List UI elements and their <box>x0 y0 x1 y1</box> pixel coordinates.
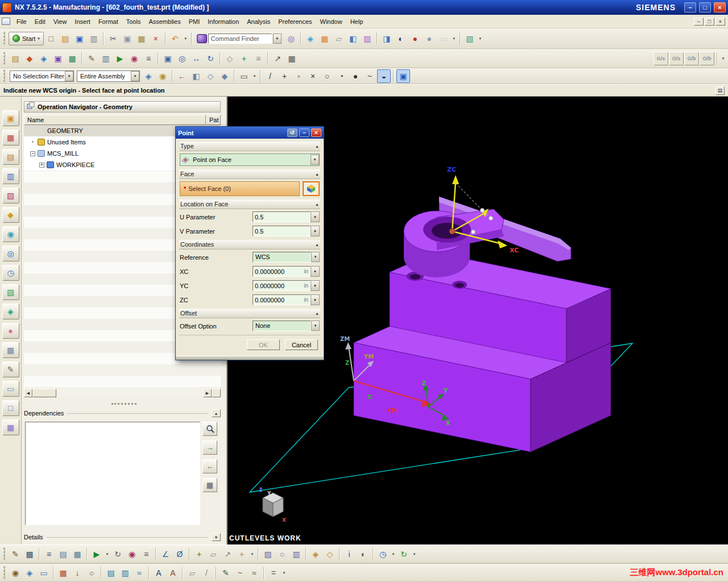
panel-splitter[interactable] <box>22 400 226 407</box>
menu-item[interactable]: Help <box>346 16 367 27</box>
tree-expander[interactable]: − <box>30 151 35 156</box>
previous-selection-icon[interactable]: ← <box>175 69 189 83</box>
zlevel-icon[interactable]: ≈ <box>133 566 146 580</box>
u-parameter-field[interactable]: 0.5 ▼ <box>253 211 320 222</box>
machine-simulation-icon[interactable]: ▦ <box>71 547 84 561</box>
selection-scope-icon[interactable]: ◈ <box>142 69 155 83</box>
swatch-dropdown-icon[interactable]: ▾ <box>451 32 457 45</box>
xc-field[interactable]: 0.0000000in ▼ <box>253 266 320 277</box>
offset-option-dropdown[interactable]: ▾ <box>311 321 320 331</box>
snap-point-toggle-icon[interactable]: ▣ <box>396 69 410 83</box>
dependency-layout-button[interactable]: ▦ <box>202 478 217 492</box>
dialog-title-bar[interactable]: Point ↺ – × <box>176 127 324 139</box>
rotation-handle[interactable] <box>471 230 475 234</box>
menu-item[interactable]: Analysis <box>243 16 274 27</box>
create-tool-icon[interactable]: ◆ <box>23 52 36 65</box>
cut-level-icon[interactable]: ▥ <box>99 52 113 65</box>
ocode-build-button[interactable]: O/b <box>700 52 714 65</box>
material-gray-icon[interactable]: ● <box>423 32 436 45</box>
new-window-icon[interactable]: ▧ <box>463 32 477 45</box>
plane-constructor-icon[interactable]: ▱ <box>206 547 220 561</box>
dialog-reset-button[interactable]: ↺ <box>287 128 297 137</box>
reference-dropdown[interactable]: ▾ <box>311 252 320 262</box>
gcode-simulate-button[interactable]: G/s <box>653 52 668 65</box>
open-icon[interactable]: ▤ <box>59 32 72 45</box>
menu-item[interactable]: Format <box>94 16 122 27</box>
edit-display-icon[interactable]: ▩ <box>23 547 36 561</box>
snap-arc-center-icon[interactable]: ○ <box>320 69 334 83</box>
touch-mode-icon[interactable]: ◈ <box>304 32 317 45</box>
u-parameter-spinner[interactable]: ▼ <box>311 211 320 222</box>
create-program-icon[interactable]: ▤ <box>9 52 22 65</box>
screenshot-icon[interactable]: ▦ <box>318 32 332 45</box>
select-dropdown-icon[interactable]: ▾ <box>251 69 258 83</box>
toolbar-options-icon[interactable]: ▾ <box>720 52 726 65</box>
collapse-chevron-icon[interactable]: ▲ <box>315 243 319 247</box>
menu-item[interactable]: View <box>49 16 71 27</box>
bounding-cube-icon[interactable]: ◈ <box>23 566 36 580</box>
snapshot-icon[interactable]: ◉ <box>9 566 22 580</box>
window-restore-button[interactable]: □ <box>699 2 711 13</box>
palettes-icon[interactable]: ▦ <box>2 419 19 435</box>
scroll-track[interactable] <box>56 389 203 397</box>
work-plane-icon[interactable]: ▱ <box>332 32 346 45</box>
hole-icon[interactable]: ○ <box>85 566 98 580</box>
process-studio-icon[interactable]: ▧ <box>2 284 19 300</box>
child-close-button[interactable]: × <box>715 18 725 26</box>
generate-dropdown-icon[interactable]: ▾ <box>104 547 110 561</box>
point-type-combo[interactable]: Point on Face ▾ <box>180 153 320 166</box>
dependencies-header[interactable]: Dependencies ▲ <box>24 408 221 418</box>
collapse-chevron-icon[interactable]: ▲ <box>315 172 319 176</box>
snap-control-point-icon[interactable]: ◦ <box>292 69 305 83</box>
face-milling-icon[interactable]: ▤ <box>104 566 118 580</box>
background-swatch[interactable]: ▭ <box>437 32 450 45</box>
details-expand-icon[interactable]: ▼ <box>212 533 221 541</box>
roles-icon[interactable]: ● <box>2 323 19 339</box>
vector-constructor-icon[interactable]: ↗ <box>221 547 234 561</box>
child-minimize-button[interactable]: – <box>694 18 704 26</box>
cavity-mill-icon[interactable]: ▥ <box>118 566 132 580</box>
gcode-build-button[interactable]: G/b <box>684 52 699 65</box>
clock-icon[interactable]: ◷ <box>376 547 390 561</box>
collapse-chevron-icon[interactable]: ▲ <box>315 311 319 315</box>
command-finder-icon[interactable] <box>197 34 207 43</box>
orient-view-icon[interactable]: ▨ <box>361 32 374 45</box>
cancel-button[interactable]: Cancel <box>285 339 318 350</box>
edit-tool-icon[interactable]: ✎ <box>9 547 22 561</box>
wcs-orient-icon[interactable]: ◇ <box>323 547 337 561</box>
selection-filter-dropdown[interactable]: ▾ <box>65 71 73 81</box>
dependencies-view[interactable] <box>25 422 200 525</box>
offset-section-header[interactable]: Offset ▲ <box>179 309 320 318</box>
datum-axis-icon[interactable]: / <box>200 566 213 580</box>
column-header-name[interactable]: Name <box>24 115 206 125</box>
edit-object-icon[interactable]: ✎ <box>85 52 98 65</box>
annotation-icon[interactable]: A <box>166 566 180 580</box>
find-button[interactable] <box>202 422 217 436</box>
xc-spinner[interactable]: ▼ <box>311 266 320 277</box>
point-type-dropdown[interactable]: ▾ <box>311 155 319 165</box>
true-shading-icon[interactable]: ◧ <box>346 32 360 45</box>
select-edge-mode-icon[interactable]: ◇ <box>204 69 217 83</box>
operation-navigator-icon[interactable]: ▥ <box>2 168 19 184</box>
repeat-command-icon[interactable]: ◎ <box>284 32 298 45</box>
zoom-icon[interactable]: ◎ <box>175 52 189 65</box>
scroll-left-button[interactable]: ◀ <box>24 389 32 397</box>
assembly-navigator-icon[interactable]: ▣ <box>2 110 19 126</box>
new-icon[interactable]: □ <box>44 32 58 45</box>
column-header-path[interactable]: Pat <box>206 115 221 125</box>
cut-icon[interactable]: ✂ <box>106 32 120 45</box>
snap-intersection-icon[interactable]: × <box>306 69 320 83</box>
pattern-icon[interactable]: ▦ <box>285 52 299 65</box>
select-body-mode-icon[interactable]: ◆ <box>218 69 231 83</box>
reference-combo[interactable]: WCS ▾ <box>253 252 320 263</box>
hide-object-icon[interactable]: ○ <box>275 547 289 561</box>
shaded-view-icon[interactable]: ◨ <box>380 32 394 45</box>
verify-icon[interactable]: ◉ <box>125 547 139 561</box>
view-orientation-gnomon[interactable]: Z Y X <box>259 487 286 523</box>
layer-settings-icon[interactable]: ≡ <box>251 52 265 65</box>
history-icon[interactable]: ◷ <box>2 265 19 281</box>
snap-view-icon[interactable]: ◇ <box>223 52 237 65</box>
text-icon[interactable]: A <box>152 566 166 580</box>
menu-item[interactable]: Window <box>316 16 346 27</box>
menu-item[interactable]: Edit <box>31 16 49 27</box>
